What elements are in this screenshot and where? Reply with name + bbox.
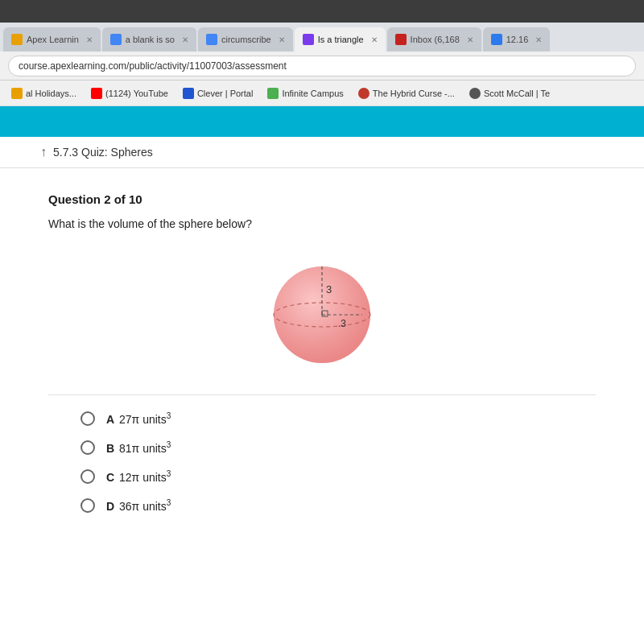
radio-c[interactable] [80,469,95,484]
answer-choice-d[interactable]: D 36π units3 [80,498,596,513]
quiz-header: ↑ 5.7.3 Quiz: Spheres [0,137,644,168]
tab-last-close[interactable]: ✕ [535,35,542,44]
bookmark-scott-label: Scott McCall | Te [484,89,550,98]
bookmark-clever[interactable]: Clever | Portal [178,86,258,101]
address-url: course.apexlearning.com/public/activity/… [19,60,287,72]
choice-d-value: 36π units3 [116,498,171,513]
address-bar: course.apexlearning.com/public/activity/… [0,52,644,80]
tab-blank-close[interactable]: ✕ [182,35,188,44]
tab-inbox-close[interactable]: ✕ [467,35,473,44]
bookmark-infinite-label: Infinite Campus [282,89,343,98]
bookmark-infinite[interactable]: Infinite Campus [262,86,348,101]
triangle-tab-icon [303,34,314,45]
tab-triangle-label: Is a triangle [318,35,364,44]
blank-tab-icon [110,34,122,45]
choice-c-text: C 12π units3 [106,469,171,484]
tab-circumscribe[interactable]: circumscribe ✕ [198,27,293,52]
choice-a-label: A [106,413,114,426]
radio-d[interactable] [80,498,95,513]
choice-a-value: 27π units3 [116,411,171,426]
bookmark-youtube-icon [91,88,102,99]
tab-triangle[interactable]: Is a triangle ✕ [295,27,386,52]
sphere-svg: 3 .3 [258,246,386,375]
question-text: What is the volume of the sphere below? [48,217,596,230]
last-tab-icon [491,34,502,45]
tab-inbox[interactable]: Inbox (6,168 ✕ [387,27,481,52]
bookmark-hybrid[interactable]: The Hybrid Curse -... [353,86,460,101]
tab-inbox-label: Inbox (6,168 [411,35,460,44]
svg-text:3: 3 [326,283,332,295]
tab-apex-close[interactable]: ✕ [86,35,93,44]
tab-apex[interactable]: Apex Learnin ✕ [3,27,101,52]
bookmark-hybrid-label: The Hybrid Curse -... [373,89,455,98]
bookmark-scott[interactable]: Scott McCall | Te [464,86,555,101]
bookmark-hybrid-icon [358,88,369,99]
question-label: Question 2 of 10 [48,192,596,206]
choice-b-value: 81π units3 [116,440,171,455]
title-bar [0,0,644,23]
apex-top-bar [0,106,644,137]
svg-text:.3: .3 [338,318,346,329]
choice-a-text: A 27π units3 [106,411,171,426]
tab-last-label: 12.16 [506,35,529,44]
radio-a[interactable] [80,411,95,426]
choice-b-label: B [106,442,114,455]
sphere-diagram-area: 3 .3 [48,246,596,375]
page-content: ↑ 5.7.3 Quiz: Spheres Question 2 of 10 W… [0,106,644,644]
choice-d-text: D 36π units3 [106,498,171,513]
tab-blank-label: a blank is so [126,35,175,44]
tab-blank[interactable]: a blank is so ✕ [102,27,196,52]
tab-circumscribe-label: circumscribe [221,35,271,44]
answer-choice-a[interactable]: A 27π units3 [80,411,596,426]
divider [48,394,596,395]
answer-choice-b[interactable]: B 81π units3 [80,440,596,455]
circumscribe-tab-icon [206,34,217,45]
tab-circumscribe-close[interactable]: ✕ [279,35,285,44]
choice-c-value: 12π units3 [116,469,171,484]
quiz-breadcrumb: 5.7.3 Quiz: Spheres [53,146,153,159]
tab-last[interactable]: 12.16 ✕ [483,27,551,52]
bookmark-holidays-label: al Holidays... [26,89,76,98]
choice-d-label: D [106,500,114,513]
bookmark-clever-label: Clever | Portal [197,89,254,98]
tab-triangle-close[interactable]: ✕ [371,35,378,44]
apex-tab-icon [11,34,23,45]
bookmark-holidays-icon [11,88,23,99]
choice-c-label: C [106,471,114,484]
tab-apex-label: Apex Learnin [27,35,79,44]
bookmark-scott-icon [469,88,481,99]
address-input[interactable]: course.apexlearning.com/public/activity/… [8,56,636,76]
sphere-diagram: 3 .3 [258,246,386,375]
bookmark-youtube-label: (1124) YouTube [105,89,168,98]
bookmark-holidays[interactable]: al Holidays... [6,86,81,101]
radio-b[interactable] [80,440,95,455]
choice-b-text: B 81π units3 [106,440,171,455]
bookmark-youtube[interactable]: (1124) YouTube [86,86,173,101]
bookmark-clever-icon [183,88,194,99]
bookmark-infinite-icon [267,88,279,99]
browser-frame: Apex Learnin ✕ a blank is so ✕ circumscr… [0,0,644,644]
inbox-tab-icon [395,34,407,45]
bookmarks-bar: al Holidays... (1124) YouTube Clever | P… [0,80,644,106]
answer-choice-c[interactable]: C 12π units3 [80,469,596,484]
tab-bar: Apex Learnin ✕ a blank is so ✕ circumscr… [0,23,644,52]
breadcrumb-icon: ↑ [40,145,47,159]
quiz-body: Question 2 of 10 What is the volume of t… [0,168,644,644]
answer-choices: A 27π units3 B 81π units3 C 12π u [48,411,596,513]
